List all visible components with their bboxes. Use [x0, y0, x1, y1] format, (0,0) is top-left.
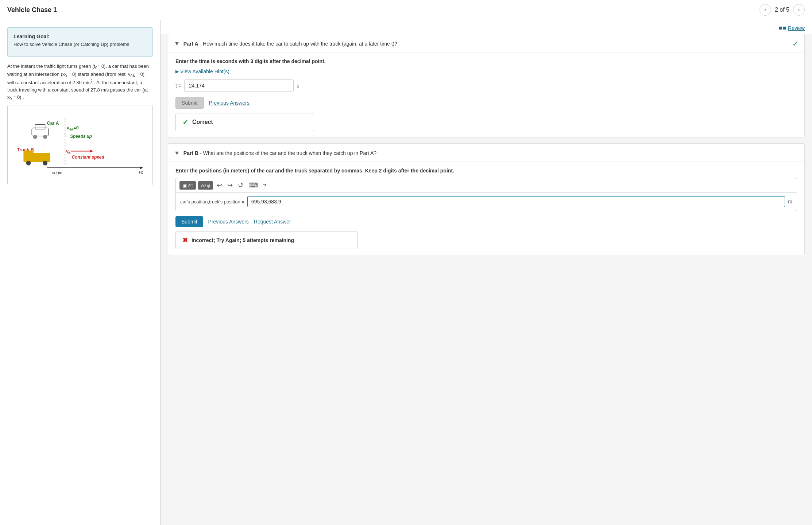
car-label: Car A — [47, 120, 59, 126]
part-a-answer-unit: s — [297, 83, 299, 89]
part-a-prev-answers-link[interactable]: Previous Answers — [209, 100, 250, 106]
svg-text:Speeds up: Speeds up — [70, 134, 92, 139]
header: Vehicle Chase 1 ‹ 2 of 5 › — [0, 0, 812, 20]
math-refresh-button[interactable]: ↺ — [236, 180, 245, 190]
part-a-collapse-arrow[interactable]: ▼ — [174, 40, 180, 47]
part-a-submit-button[interactable]: Submit — [175, 97, 204, 109]
part-a-answer-input[interactable]: 24.174 — [184, 79, 294, 92]
part-a-header: ▼ Part A - How much time does it take th… — [168, 34, 804, 52]
right-panel: Review ▼ Part A - How much time does it … — [161, 20, 812, 525]
learning-goal-title: Learning Goal: — [13, 34, 147, 39]
problem-description: At the instant the traffic light turns g… — [7, 63, 153, 101]
svg-text:B: B — [69, 151, 71, 155]
math-symbol-button[interactable]: ΑΣφ — [198, 181, 213, 190]
page-indicator: 2 of 5 — [775, 7, 789, 13]
part-b-submit-button[interactable]: Submit — [175, 216, 203, 227]
part-b-instruction: Enter the positions (in meters) of the c… — [175, 168, 797, 174]
math-keyboard-button[interactable]: ⌨ — [247, 180, 259, 190]
review-link[interactable]: Review — [779, 25, 805, 31]
left-panel: Learning Goal: How to solve Vehicle Chas… — [0, 20, 161, 525]
part-b-incorrect-badge: ✖ Incorrect; Try Again; 5 attempts remai… — [175, 232, 358, 249]
part-b-prev-answers-link[interactable]: Previous Answers — [208, 219, 249, 225]
part-a-content: Enter the time is seconds with 3 digits … — [168, 52, 804, 137]
math-undo-button[interactable]: ↩ — [215, 180, 224, 190]
part-b-input-unit: m — [788, 199, 792, 205]
correct-check-icon: ✓ — [182, 118, 189, 127]
hint-arrow-icon: ▶ — [175, 69, 179, 74]
learning-goal-box: Learning Goal: How to solve Vehicle Chas… — [7, 27, 153, 57]
part-a-checkmark: ✓ — [792, 39, 799, 48]
svg-point-13 — [43, 161, 47, 166]
math-redo-button[interactable]: ↪ — [226, 180, 234, 190]
svg-text:=0: =0 — [73, 125, 79, 131]
svg-text:origin: origin — [52, 170, 62, 175]
svg-marker-17 — [90, 150, 93, 152]
part-a-label: Part A - How much time does it take the … — [183, 40, 797, 48]
diagram-svg: Car A v 0A =0 Speeds up Truck B — [13, 111, 147, 178]
diagram: Car A v 0A =0 Speeds up Truck B — [7, 105, 153, 185]
svg-text:0A: 0A — [69, 128, 73, 131]
svg-point-3 — [43, 135, 47, 139]
part-b-label: Part B - What are the positions of the c… — [183, 149, 797, 157]
svg-marker-20 — [140, 167, 143, 169]
part-a-correct-badge: ✓ Correct — [175, 113, 314, 131]
main-layout: Learning Goal: How to solve Vehicle Chas… — [0, 20, 812, 525]
incorrect-x-icon: ✖ — [182, 236, 188, 244]
part-a-action-row: Submit Previous Answers — [175, 97, 797, 109]
math-toolbar: ▣√□ ΑΣφ ↩ ↪ ↺ ⌨ ? — [175, 178, 797, 192]
nav-controls: ‹ 2 of 5 › — [759, 4, 805, 16]
review-icon — [779, 27, 786, 30]
part-b-section: ▼ Part B - What are the positions of the… — [168, 143, 805, 255]
part-b-answer-input[interactable] — [247, 196, 785, 207]
svg-text:+x: +x — [138, 170, 143, 175]
learning-goal-subtitle: How to solve Vehicle Chase (or Catching … — [13, 42, 147, 47]
part-a-section: ▼ Part A - How much time does it take th… — [168, 34, 805, 137]
svg-rect-11 — [23, 151, 33, 162]
part-a-answer-prefix: t = — [175, 83, 181, 89]
page-title: Vehicle Chase 1 — [7, 6, 57, 14]
prev-page-button[interactable]: ‹ — [759, 4, 771, 16]
part-b-collapse-arrow[interactable]: ▼ — [174, 150, 180, 156]
part-b-header: ▼ Part B - What are the positions of the… — [168, 144, 804, 162]
svg-rect-1 — [35, 125, 45, 129]
svg-point-12 — [26, 161, 31, 166]
hint-link[interactable]: ▶ View Available Hint(s) — [175, 69, 797, 74]
review-bar: Review — [161, 20, 812, 34]
svg-text:Constant speed: Constant speed — [72, 155, 105, 160]
math-input-label: car's position,truck's position = — [180, 199, 244, 205]
next-page-button[interactable]: › — [793, 4, 805, 16]
math-input-container: car's position,truck's position = m — [175, 192, 797, 211]
part-b-content: Enter the positions (in meters) of the c… — [168, 162, 804, 255]
part-a-instruction: Enter the time is seconds with 3 digits … — [175, 58, 797, 64]
svg-point-2 — [33, 135, 37, 139]
math-matrix-button[interactable]: ▣√□ — [179, 181, 196, 190]
svg-text:v: v — [67, 125, 69, 131]
request-answer-link[interactable]: Request Answer — [254, 219, 291, 225]
math-help-button[interactable]: ? — [262, 182, 268, 189]
part-b-action-row: Submit Previous Answers Request Answer — [175, 216, 797, 227]
part-a-answer-row: t = 24.174 s — [175, 79, 797, 92]
